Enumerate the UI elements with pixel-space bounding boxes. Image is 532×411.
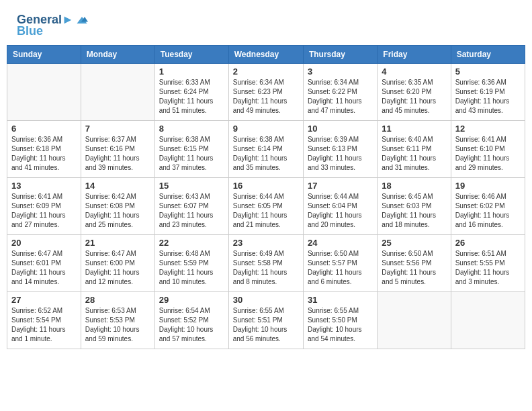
- calendar-cell: 6Sunrise: 6:36 AM Sunset: 6:18 PM Daylig…: [7, 121, 81, 178]
- week-row-1: 1Sunrise: 6:33 AM Sunset: 6:24 PM Daylig…: [7, 64, 525, 121]
- calendar-cell: 19Sunrise: 6:46 AM Sunset: 6:02 PM Dayli…: [451, 178, 525, 235]
- week-row-4: 20Sunrise: 6:47 AM Sunset: 6:01 PM Dayli…: [7, 235, 525, 292]
- calendar-cell: 12Sunrise: 6:41 AM Sunset: 6:10 PM Dayli…: [451, 121, 525, 178]
- week-row-5: 27Sunrise: 6:52 AM Sunset: 5:54 PM Dayli…: [7, 292, 525, 349]
- day-number: 11: [382, 124, 446, 134]
- day-number: 2: [233, 66, 299, 77]
- calendar-cell: 18Sunrise: 6:45 AM Sunset: 6:03 PM Dayli…: [378, 178, 451, 235]
- day-info: Sunrise: 6:55 AM Sunset: 5:50 PM Dayligh…: [308, 306, 373, 344]
- logo-icon: [75, 13, 89, 27]
- calendar-cell: [7, 64, 81, 121]
- day-number: 7: [85, 124, 150, 134]
- calendar-cell: 20Sunrise: 6:47 AM Sunset: 6:01 PM Dayli…: [7, 235, 81, 292]
- calendar-cell: 15Sunrise: 6:43 AM Sunset: 6:07 PM Dayli…: [154, 178, 228, 235]
- day-info: Sunrise: 6:34 AM Sunset: 6:22 PM Dayligh…: [308, 78, 373, 116]
- calendar-cell: 26Sunrise: 6:51 AM Sunset: 5:55 PM Dayli…: [451, 235, 525, 292]
- calendar-cell: 31Sunrise: 6:55 AM Sunset: 5:50 PM Dayli…: [303, 292, 377, 349]
- day-info: Sunrise: 6:38 AM Sunset: 6:15 PM Dayligh…: [159, 135, 224, 173]
- days-header-row: SundayMondayTuesdayWednesdayThursdayFrid…: [7, 46, 525, 64]
- calendar-cell: 16Sunrise: 6:44 AM Sunset: 6:05 PM Dayli…: [228, 178, 303, 235]
- day-info: Sunrise: 6:40 AM Sunset: 6:11 PM Dayligh…: [382, 135, 446, 173]
- day-info: Sunrise: 6:51 AM Sunset: 5:55 PM Dayligh…: [455, 249, 521, 287]
- day-header-friday: Friday: [378, 46, 451, 64]
- calendar-cell: 14Sunrise: 6:42 AM Sunset: 6:08 PM Dayli…: [81, 178, 154, 235]
- day-number: 1: [159, 66, 224, 77]
- day-number: 8: [159, 124, 224, 134]
- day-info: Sunrise: 6:44 AM Sunset: 6:05 PM Dayligh…: [233, 192, 299, 230]
- calendar-cell: 27Sunrise: 6:52 AM Sunset: 5:54 PM Dayli…: [7, 292, 81, 349]
- calendar-cell: [81, 64, 154, 121]
- day-number: 29: [159, 295, 224, 305]
- calendar-cell: 24Sunrise: 6:50 AM Sunset: 5:57 PM Dayli…: [303, 235, 377, 292]
- day-number: 4: [382, 66, 446, 77]
- day-info: Sunrise: 6:44 AM Sunset: 6:04 PM Dayligh…: [308, 192, 373, 230]
- calendar-cell: 11Sunrise: 6:40 AM Sunset: 6:11 PM Dayli…: [378, 121, 451, 178]
- day-info: Sunrise: 6:46 AM Sunset: 6:02 PM Dayligh…: [455, 192, 521, 230]
- day-info: Sunrise: 6:33 AM Sunset: 6:24 PM Dayligh…: [159, 78, 224, 116]
- calendar-cell: 25Sunrise: 6:50 AM Sunset: 5:56 PM Dayli…: [378, 235, 451, 292]
- logo: General► Blue: [17, 13, 89, 38]
- day-header-monday: Monday: [81, 46, 154, 64]
- day-info: Sunrise: 6:36 AM Sunset: 6:18 PM Dayligh…: [11, 135, 77, 173]
- day-header-tuesday: Tuesday: [154, 46, 228, 64]
- calendar-cell: 10Sunrise: 6:39 AM Sunset: 6:13 PM Dayli…: [303, 121, 377, 178]
- day-info: Sunrise: 6:55 AM Sunset: 5:51 PM Dayligh…: [233, 306, 299, 344]
- day-number: 28: [85, 295, 150, 305]
- calendar-cell: 8Sunrise: 6:38 AM Sunset: 6:15 PM Daylig…: [154, 121, 228, 178]
- day-number: 31: [308, 295, 373, 305]
- calendar-cell: 22Sunrise: 6:48 AM Sunset: 5:59 PM Dayli…: [154, 235, 228, 292]
- calendar-cell: 2Sunrise: 6:34 AM Sunset: 6:23 PM Daylig…: [228, 64, 303, 121]
- calendar-cell: 4Sunrise: 6:35 AM Sunset: 6:20 PM Daylig…: [378, 64, 451, 121]
- calendar: SundayMondayTuesdayWednesdayThursdayFrid…: [7, 45, 525, 349]
- day-number: 16: [233, 181, 299, 191]
- day-number: 24: [308, 238, 373, 248]
- day-info: Sunrise: 6:42 AM Sunset: 6:08 PM Dayligh…: [85, 192, 150, 230]
- day-number: 14: [85, 181, 150, 191]
- calendar-cell: 17Sunrise: 6:44 AM Sunset: 6:04 PM Dayli…: [303, 178, 377, 235]
- week-row-3: 13Sunrise: 6:41 AM Sunset: 6:09 PM Dayli…: [7, 178, 525, 235]
- day-header-wednesday: Wednesday: [228, 46, 303, 64]
- calendar-cell: 29Sunrise: 6:54 AM Sunset: 5:52 PM Dayli…: [154, 292, 228, 349]
- day-info: Sunrise: 6:47 AM Sunset: 6:00 PM Dayligh…: [85, 249, 150, 287]
- day-number: 13: [11, 181, 77, 191]
- day-number: 23: [233, 238, 299, 248]
- day-header-thursday: Thursday: [303, 46, 377, 64]
- day-number: 26: [455, 238, 521, 248]
- day-header-sunday: Sunday: [7, 46, 81, 64]
- day-number: 15: [159, 181, 224, 191]
- day-number: 12: [455, 124, 521, 134]
- calendar-cell: 9Sunrise: 6:38 AM Sunset: 6:14 PM Daylig…: [228, 121, 303, 178]
- day-info: Sunrise: 6:35 AM Sunset: 6:20 PM Dayligh…: [382, 78, 446, 116]
- day-info: Sunrise: 6:36 AM Sunset: 6:19 PM Dayligh…: [455, 78, 521, 116]
- day-number: 9: [233, 124, 299, 134]
- day-info: Sunrise: 6:49 AM Sunset: 5:58 PM Dayligh…: [233, 249, 299, 287]
- day-number: 22: [159, 238, 224, 248]
- calendar-cell: 13Sunrise: 6:41 AM Sunset: 6:09 PM Dayli…: [7, 178, 81, 235]
- day-number: 19: [455, 181, 521, 191]
- day-info: Sunrise: 6:48 AM Sunset: 5:59 PM Dayligh…: [159, 249, 224, 287]
- day-header-saturday: Saturday: [451, 46, 525, 64]
- day-info: Sunrise: 6:50 AM Sunset: 5:57 PM Dayligh…: [308, 249, 373, 287]
- day-info: Sunrise: 6:38 AM Sunset: 6:14 PM Dayligh…: [233, 135, 299, 173]
- day-info: Sunrise: 6:52 AM Sunset: 5:54 PM Dayligh…: [11, 306, 77, 344]
- day-number: 18: [382, 181, 446, 191]
- calendar-cell: [378, 292, 451, 349]
- day-info: Sunrise: 6:41 AM Sunset: 6:09 PM Dayligh…: [11, 192, 77, 230]
- week-row-2: 6Sunrise: 6:36 AM Sunset: 6:18 PM Daylig…: [7, 121, 525, 178]
- calendar-cell: 30Sunrise: 6:55 AM Sunset: 5:51 PM Dayli…: [228, 292, 303, 349]
- day-info: Sunrise: 6:47 AM Sunset: 6:01 PM Dayligh…: [11, 249, 77, 287]
- day-number: 6: [11, 124, 77, 134]
- day-info: Sunrise: 6:45 AM Sunset: 6:03 PM Dayligh…: [382, 192, 446, 230]
- day-info: Sunrise: 6:54 AM Sunset: 5:52 PM Dayligh…: [159, 306, 224, 344]
- day-number: 21: [85, 238, 150, 248]
- day-number: 3: [308, 66, 373, 77]
- day-info: Sunrise: 6:53 AM Sunset: 5:53 PM Dayligh…: [85, 306, 150, 344]
- day-info: Sunrise: 6:41 AM Sunset: 6:10 PM Dayligh…: [455, 135, 521, 173]
- day-number: 20: [11, 238, 77, 248]
- day-info: Sunrise: 6:39 AM Sunset: 6:13 PM Dayligh…: [308, 135, 373, 173]
- calendar-cell: 28Sunrise: 6:53 AM Sunset: 5:53 PM Dayli…: [81, 292, 154, 349]
- calendar-cell: 5Sunrise: 6:36 AM Sunset: 6:19 PM Daylig…: [451, 64, 525, 121]
- calendar-cell: 7Sunrise: 6:37 AM Sunset: 6:16 PM Daylig…: [81, 121, 154, 178]
- day-number: 5: [455, 66, 521, 77]
- page-header: General► Blue: [7, 7, 525, 42]
